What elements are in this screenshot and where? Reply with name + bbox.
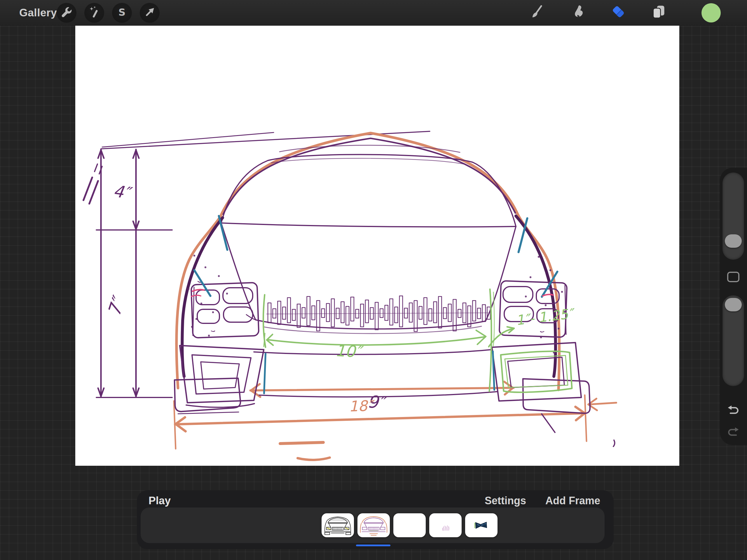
undo-button[interactable] (726, 404, 740, 417)
gallery-button[interactable]: Gallery (19, 0, 57, 26)
adjustments-button[interactable] (84, 3, 104, 23)
transform-arrow-icon (143, 6, 156, 20)
top-toolbar: Gallery S (0, 0, 747, 26)
redo-icon (726, 435, 740, 440)
smudge-icon (570, 4, 585, 20)
redo-button[interactable] (726, 426, 740, 439)
procreate-screen: Gallery S (0, 0, 747, 560)
frame-4-scribbles (429, 513, 462, 537)
frame-thumbnail-3[interactable] (393, 513, 426, 537)
dim-label-7in: 7″ (104, 293, 129, 319)
frame-5-shape (465, 513, 497, 537)
brush-size-slider[interactable] (722, 173, 744, 260)
animation-header: Play Settings Add Frame (137, 490, 614, 507)
svg-text:S: S (119, 7, 126, 18)
opacity-handle[interactable] (725, 298, 742, 311)
eraser-tool-button[interactable] (610, 4, 626, 20)
frame-thumbnail-5[interactable] (465, 513, 497, 537)
eraser-icon (611, 4, 626, 20)
car-sketch: 4″ 7″ 10″ 1″- 1.25″ 9″ 18″ (75, 26, 679, 466)
opacity-slider[interactable] (722, 295, 744, 386)
frame-2-car-sketch (357, 513, 390, 537)
frame-thumbnail-2[interactable] (357, 513, 390, 537)
add-frame-button[interactable]: Add Frame (545, 494, 600, 507)
undo-icon (726, 413, 740, 418)
frame-thumbnail-4[interactable] (429, 513, 462, 537)
drawing-canvas[interactable]: 4″ 7″ 10″ 1″- 1.25″ 9″ 18″ (75, 26, 679, 466)
frame-thumbnail-1[interactable] (321, 513, 354, 537)
play-button[interactable]: Play (149, 494, 171, 507)
color-swatch[interactable] (701, 3, 721, 23)
brush-controls-sidebar (720, 168, 747, 445)
layers-button[interactable] (650, 4, 667, 20)
brush-size-handle[interactable] (725, 234, 742, 248)
dim-label-4in: 4″ (112, 181, 134, 203)
dim-label-slat: 1″- 1.25″ (515, 305, 576, 328)
modify-button[interactable] (727, 272, 740, 282)
brush-icon (530, 4, 545, 20)
frame-1-car-lineart (321, 513, 354, 537)
smudge-tool-button[interactable] (570, 4, 586, 20)
selection-icon: S (115, 6, 128, 20)
animation-assist-panel: Play Settings Add Frame (137, 490, 614, 549)
selection-button[interactable]: S (112, 3, 132, 23)
magic-wand-icon (88, 6, 101, 20)
brush-tool-button[interactable] (529, 4, 546, 20)
actions-button[interactable] (57, 3, 76, 23)
wrench-icon (60, 6, 73, 20)
layers-icon (651, 4, 666, 20)
selected-frame-indicator (356, 544, 390, 546)
dim-label-18in: 18″ (349, 397, 376, 415)
settings-button[interactable]: Settings (485, 494, 526, 507)
frame-timeline[interactable] (140, 507, 604, 543)
dim-label-10in: 10″ (335, 341, 364, 361)
transform-button[interactable] (140, 3, 160, 23)
